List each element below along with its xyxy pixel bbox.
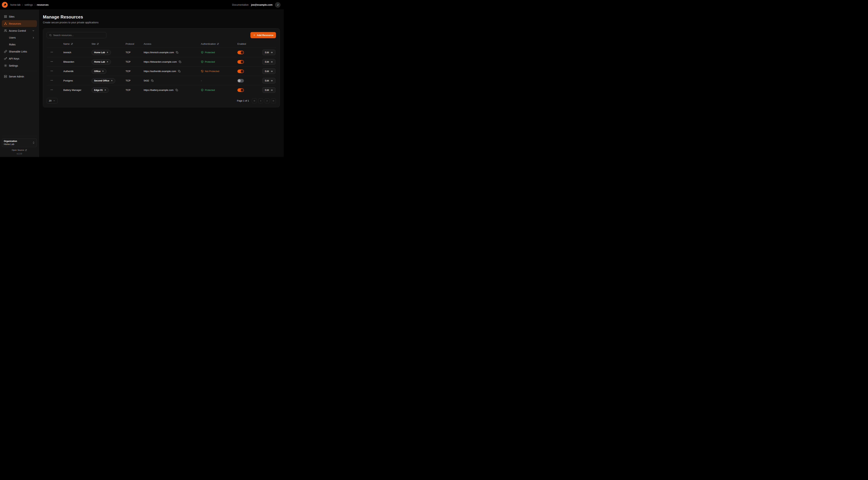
column-access: Access xyxy=(144,42,151,45)
site-link[interactable]: Second Office xyxy=(92,78,115,83)
sidebar-item-sites[interactable]: Sites xyxy=(2,13,37,20)
breadcrumb-current: resources xyxy=(37,3,49,6)
table-row: Battery Manager Edge 01 TCP https://batt… xyxy=(47,85,276,95)
users-icon xyxy=(4,29,7,32)
column-name: Name xyxy=(63,42,70,45)
sidebar-item-users[interactable]: Users xyxy=(2,34,37,41)
sort-icon[interactable] xyxy=(71,43,73,45)
site-name: Office xyxy=(94,70,100,72)
open-source-label: Open Source xyxy=(12,149,24,151)
organization-selector[interactable]: Organization Home Lab xyxy=(2,138,37,147)
waypoints-icon xyxy=(4,22,7,25)
search-input[interactable] xyxy=(53,34,104,36)
enabled-toggle[interactable] xyxy=(238,79,244,83)
resource-name: Authentik xyxy=(63,70,92,72)
next-page-button[interactable] xyxy=(265,98,270,103)
site-link[interactable]: Office xyxy=(92,69,106,74)
breadcrumb-separator: › xyxy=(35,4,35,6)
plus-icon xyxy=(253,34,255,36)
edit-button[interactable]: Edit xyxy=(262,78,275,84)
copy-button[interactable] xyxy=(151,79,154,82)
first-page-button[interactable] xyxy=(252,98,257,103)
row-menu-button[interactable] xyxy=(49,69,54,74)
ellipsis-icon xyxy=(50,79,53,82)
sidebar-item-settings[interactable]: Settings xyxy=(2,62,37,69)
chevrons-left-icon xyxy=(253,99,256,102)
site-link[interactable]: Edge 01 xyxy=(92,88,109,93)
add-resource-button[interactable]: Add Resource xyxy=(250,32,276,38)
edit-label: Edit xyxy=(265,89,269,91)
edit-button[interactable]: Edit xyxy=(262,50,275,55)
shield-check-icon xyxy=(201,60,204,63)
row-menu-button[interactable] xyxy=(49,78,54,83)
arrow-right-icon xyxy=(270,61,273,63)
shield-check-icon xyxy=(201,51,204,54)
site-link[interactable]: Home Lab xyxy=(92,50,111,55)
sort-icon[interactable] xyxy=(217,43,219,45)
avatar-initial: J xyxy=(277,4,278,6)
sidebar-item-access-control[interactable]: Access Control xyxy=(2,27,37,34)
edit-button[interactable]: Edit xyxy=(262,68,275,74)
chevrons-up-down-icon xyxy=(32,141,35,144)
previous-page-button[interactable] xyxy=(258,98,263,103)
row-menu-button[interactable] xyxy=(49,50,54,55)
copy-button[interactable] xyxy=(175,89,178,92)
copy-button[interactable] xyxy=(178,70,181,73)
sort-icon[interactable] xyxy=(97,43,99,45)
sidebar-item-resources[interactable]: Resources xyxy=(2,20,37,27)
sidebar-item-roles[interactable]: Roles xyxy=(2,41,37,48)
sidebar-item-server-admin[interactable]: Server Admin xyxy=(2,73,37,80)
ellipsis-icon xyxy=(50,69,53,72)
app-logo-icon[interactable] xyxy=(2,2,8,8)
enabled-toggle[interactable] xyxy=(238,51,244,54)
edit-label: Edit xyxy=(265,60,269,63)
enabled-toggle[interactable] xyxy=(238,88,244,92)
arrow-up-right-icon xyxy=(104,89,106,91)
copy-icon xyxy=(179,61,181,63)
chevron-right-icon xyxy=(32,36,35,39)
sidebar-item-api-keys[interactable]: API Keys xyxy=(2,55,37,62)
user-email[interactable]: joe@example.com xyxy=(251,3,273,6)
page-size-select[interactable]: 20 xyxy=(47,98,58,103)
server-icon xyxy=(4,75,7,78)
edit-button[interactable]: Edit xyxy=(262,87,275,93)
sidebar-item-label: Shareable Links xyxy=(9,50,27,53)
table-row: Postgres Second Office TCP 5432 - Edit xyxy=(47,76,276,85)
breadcrumb-org[interactable]: home-lab xyxy=(10,3,21,6)
enabled-toggle[interactable] xyxy=(238,60,244,64)
sidebar-item-label: Users xyxy=(9,36,16,39)
copy-icon xyxy=(176,51,178,54)
auth-status-label: Protected xyxy=(205,51,215,54)
last-page-button[interactable] xyxy=(271,98,276,103)
auth-status-label: - xyxy=(201,79,202,82)
resource-protocol: TCP xyxy=(126,51,144,54)
open-source-link[interactable]: Open Source xyxy=(1,149,37,151)
row-menu-button[interactable] xyxy=(49,88,54,92)
auth-status: Protected xyxy=(201,89,238,91)
page-size-value: 20 xyxy=(49,99,52,102)
sidebar-item-shareable-links[interactable]: Shareable Links xyxy=(2,48,37,55)
breadcrumb-settings[interactable]: settings xyxy=(24,3,33,6)
edit-button[interactable]: Edit xyxy=(262,59,275,65)
site-link[interactable]: Home Lab xyxy=(92,59,111,64)
copy-button[interactable] xyxy=(178,60,182,63)
site-name: Home Lab xyxy=(94,51,105,54)
app-version: v1.3.0 xyxy=(1,153,37,155)
sidebar-item-label: Settings xyxy=(9,64,18,67)
column-site: Site xyxy=(92,42,96,45)
row-menu-button[interactable] xyxy=(49,59,54,64)
table-row: Authentik Office TCP https://authentik.e… xyxy=(47,66,276,76)
resource-name: Postgres xyxy=(63,79,92,82)
sidebar-item-label: Access Control xyxy=(9,29,26,32)
arrow-right-icon xyxy=(270,89,273,91)
resource-protocol: TCP xyxy=(126,70,144,72)
auth-status: - xyxy=(201,79,238,82)
arrow-up-right-icon xyxy=(111,80,113,82)
avatar[interactable]: J xyxy=(275,2,280,8)
sidebar-item-label: Resources xyxy=(9,22,21,25)
resource-access-url: https://bitwarden.example.com xyxy=(144,60,177,63)
resource-name: Battery Manager xyxy=(63,89,92,91)
documentation-link[interactable]: Documentation xyxy=(232,3,249,6)
copy-button[interactable] xyxy=(176,51,179,54)
enabled-toggle[interactable] xyxy=(238,69,244,73)
